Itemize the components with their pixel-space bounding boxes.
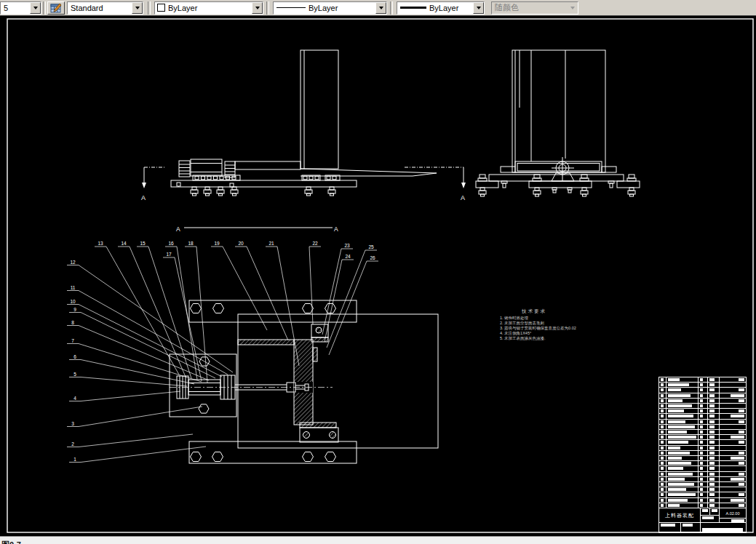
color-swatch-icon (157, 4, 165, 12)
title-block-cell (699, 440, 708, 445)
title-block-cell (659, 451, 667, 456)
title-block-cell (720, 399, 746, 404)
title-block-bar (702, 528, 743, 532)
text-style-manager-button[interactable] (47, 1, 65, 15)
dropdown-arrow-button[interactable] (132, 2, 143, 14)
illegible-text-blob (700, 431, 703, 433)
illegible-text-blob (709, 383, 715, 386)
illegible-text-blob (700, 452, 703, 455)
title-block-cell (701, 516, 720, 523)
title-block-cell (699, 472, 708, 477)
tech-note-3: 3. 搭块与销子安装时确保垂直度公差为0.02 (500, 326, 631, 331)
drawing-canvas[interactable]: 1211109876543211314151617181920212223242… (0, 0, 756, 544)
title-block-cell (667, 377, 699, 383)
illegible-text-blob (709, 499, 715, 502)
illegible-text-blob (661, 378, 664, 381)
illegible-text-blob (668, 378, 680, 381)
illegible-text-blob (683, 524, 693, 527)
title-block-cell (659, 430, 667, 435)
title-block-cell (708, 466, 720, 471)
title-block-cell (708, 446, 720, 451)
callout-20: 20 (238, 241, 244, 246)
callout-14: 14 (121, 241, 127, 246)
title-block-cell (659, 456, 667, 461)
lineweight-combo[interactable]: ByLayer (397, 1, 485, 15)
drawing-geometry (144, 50, 640, 463)
illegible-text-blob (739, 473, 744, 476)
callout-6: 6 (73, 354, 76, 359)
title-block-cell (659, 523, 681, 532)
illegible-text-blob (661, 394, 664, 397)
illegible-text-blob (668, 404, 692, 407)
section-arrow-label-right: A (461, 194, 465, 201)
illegible-text-blob (668, 493, 696, 496)
title-block-cell (667, 498, 699, 503)
illegible-text-blob (709, 394, 715, 397)
illegible-text-blob (731, 457, 744, 460)
text-style-combo[interactable]: Standard (67, 1, 143, 15)
title-block-cell (720, 487, 746, 492)
title-block-cell (667, 466, 699, 471)
title-block-cell (720, 498, 746, 503)
illegible-text-blob (668, 462, 691, 465)
text-height-combo[interactable]: 5 (0, 1, 41, 15)
title-block-cell (667, 435, 699, 440)
title-block-cell (720, 414, 746, 419)
illegible-text-blob (700, 409, 703, 412)
dropdown-arrow-button[interactable] (375, 2, 386, 14)
title-block-cell (708, 409, 720, 414)
linetype-combo[interactable]: ByLayer (273, 1, 387, 15)
title-block-cell (708, 472, 720, 477)
title-block-cell (708, 487, 720, 492)
title-block-cell (720, 420, 746, 425)
callout-1: 1 (73, 457, 76, 462)
illegible-text-blob (709, 436, 715, 439)
title-block-cell (659, 477, 667, 482)
illegible-text-blob (661, 504, 664, 507)
title-block-cell (708, 440, 720, 445)
title-block-cell (708, 393, 720, 399)
title-block-cell (659, 404, 667, 409)
illegible-text-blob (661, 388, 664, 391)
title-block-cell (708, 456, 720, 461)
title-block-cell (720, 451, 746, 456)
title-block-cell (659, 414, 667, 419)
illegible-text-blob (668, 447, 680, 449)
chevron-down-icon (477, 7, 481, 9)
illegible-text-blob (702, 509, 708, 512)
illegible-text-blob (661, 436, 664, 439)
illegible-text-blob (700, 447, 703, 449)
technical-requirements-list: 1. 铸件时效处理2. 未加工面分型面去毛刺3. 搭块与销子安装时确保垂直度公差… (500, 316, 631, 341)
callout-11: 11 (71, 285, 76, 290)
chevron-down-icon (570, 7, 575, 9)
illegible-text-blob (700, 462, 703, 465)
dropdown-arrow-button[interactable] (473, 2, 484, 14)
title-block-cell (659, 503, 667, 508)
illegible-text-blob (661, 447, 664, 449)
illegible-text-blob (668, 409, 684, 412)
title-block-cell (699, 492, 708, 497)
illegible-text-blob (700, 467, 703, 470)
title-block: 上料器装配A.02.00 (658, 377, 747, 533)
illegible-text-blob (700, 415, 703, 417)
callout-25: 25 (368, 244, 374, 249)
color-combo[interactable]: ByLayer (154, 1, 263, 15)
toolbar-separator (148, 1, 151, 15)
dropdown-arrow-button[interactable] (30, 2, 41, 14)
sheet-border (7, 19, 753, 532)
text-style-icon (50, 2, 62, 14)
illegible-text-blob (668, 452, 690, 455)
illegible-text-blob (739, 431, 744, 433)
callout-9: 9 (73, 307, 76, 312)
title-block-cell (667, 409, 699, 414)
title-block-cell (720, 466, 746, 471)
illegible-text-blob (661, 473, 664, 476)
title-block-cell (659, 440, 667, 445)
title-block-cell (667, 440, 699, 445)
illegible-text-blob (709, 478, 715, 481)
title-block-cell (667, 451, 699, 456)
tech-note-2: 2. 未加工面分型面去毛刺 (500, 321, 631, 326)
dropdown-arrow-button[interactable] (252, 2, 263, 14)
title-block-cell (699, 420, 708, 425)
illegible-text-blob (661, 493, 664, 496)
